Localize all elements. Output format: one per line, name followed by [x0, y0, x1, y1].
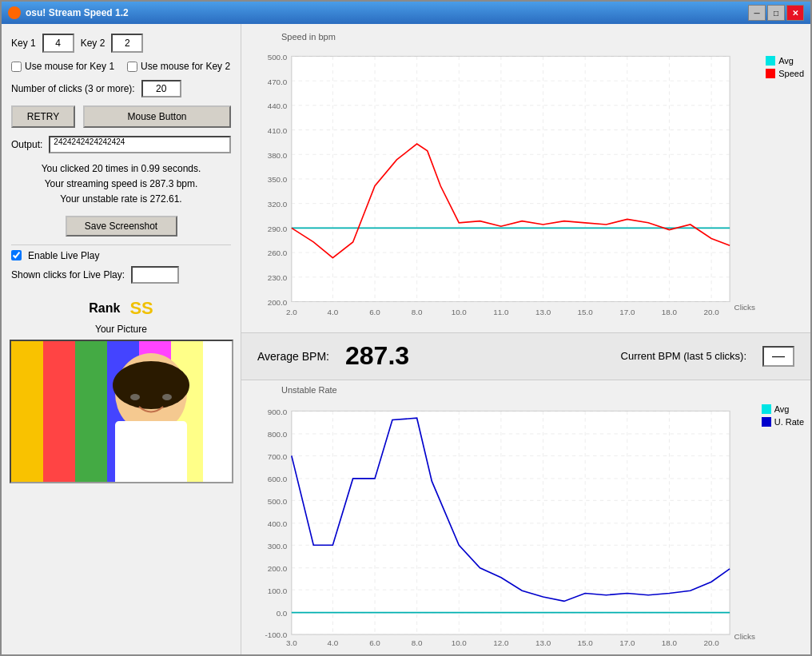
svg-rect-1 — [43, 341, 75, 483]
svg-point-10 — [130, 394, 140, 400]
svg-text:470.0: 470.0 — [268, 78, 288, 86]
unstable-chart-svg: 900.0 800.0 700.0 600.0 500.0 400.0 300.… — [248, 396, 756, 654]
svg-text:200.0: 200.0 — [268, 298, 288, 307]
svg-rect-6 — [203, 341, 233, 483]
svg-text:200.0: 200.0 — [268, 564, 288, 573]
rank-value: SS — [129, 298, 153, 319]
main-window: osu! Stream Speed 1.2 ─ □ ✕ Key 1 Key 2 … — [0, 0, 812, 656]
svg-point-8 — [113, 361, 189, 409]
unstable-chart-area: Unstable Rate Avg U. Rate — [241, 380, 810, 654]
svg-text:600.0: 600.0 — [268, 475, 288, 483]
bpm-bar: Average BPM: 287.3 Current BPM (last 5 c… — [241, 332, 810, 380]
mouse-key1-checkbox[interactable] — [11, 62, 22, 72]
picture-display — [10, 340, 233, 483]
clicks-row: Number of clicks (3 or more): — [11, 80, 231, 97]
svg-text:15.0: 15.0 — [578, 638, 594, 647]
svg-text:2.0: 2.0 — [286, 308, 297, 316]
output-row: Output: 2424242424242424 — [11, 136, 231, 153]
key-row: Key 1 Key 2 — [11, 34, 231, 53]
mouse-checkbox-row: Use mouse for Key 1 Use mouse for Key 2 — [11, 61, 231, 72]
speed-chart-title: Speed in bpm — [281, 32, 336, 42]
speed-chart-svg: 500.0 470.0 440.0 410.0 380.0 350.0 320.… — [248, 43, 756, 332]
enable-live-label: Enable Live Play — [28, 250, 99, 261]
retry-button[interactable]: RETRY — [11, 105, 75, 128]
titlebar: osu! Stream Speed 1.2 ─ □ ✕ — [2, 2, 810, 24]
svg-text:17.0: 17.0 — [619, 638, 635, 647]
svg-text:6.0: 6.0 — [369, 638, 380, 647]
right-panel: Speed in bpm Avg Speed — [241, 24, 810, 654]
svg-text:500.0: 500.0 — [268, 497, 288, 506]
stats-line1: You clicked 20 times in 0.99 seconds. — [11, 161, 231, 177]
mouse-key2-item: Use mouse for Key 2 — [127, 61, 230, 72]
svg-point-11 — [162, 394, 172, 400]
svg-text:290.0: 290.0 — [268, 225, 288, 233]
clicks-label: Number of clicks (3 or more): — [11, 83, 135, 94]
svg-rect-9 — [115, 421, 187, 483]
live-section: Enable Live Play Shown clicks for Live P… — [11, 245, 231, 284]
svg-text:500.0: 500.0 — [268, 53, 288, 62]
unstable-avg-swatch — [762, 404, 771, 414]
speed-legend: Avg Speed — [766, 56, 804, 78]
avg-legend-label: Avg — [778, 56, 794, 66]
current-bpm-value: — — [762, 346, 794, 367]
svg-text:900.0: 900.0 — [268, 408, 288, 416]
rank-label: Rank — [89, 301, 120, 316]
unstable-rate-label: U. Rate — [774, 417, 804, 427]
window-controls: ─ □ ✕ — [748, 5, 804, 21]
speed-legend-speed: Speed — [766, 69, 804, 78]
svg-text:100.0: 100.0 — [268, 586, 288, 594]
button-row: RETRY Mouse Button — [11, 105, 231, 128]
shown-clicks-input[interactable] — [131, 266, 179, 284]
svg-text:260.0: 260.0 — [268, 248, 288, 257]
enable-live-checkbox[interactable] — [11, 250, 22, 260]
svg-text:4.0: 4.0 — [328, 308, 339, 316]
unstable-legend-rate: U. Rate — [762, 417, 804, 427]
picture-label: Your Picture — [95, 324, 147, 335]
svg-text:440.0: 440.0 — [268, 101, 288, 110]
svg-text:700.0: 700.0 — [268, 452, 288, 461]
svg-text:6.0: 6.0 — [369, 308, 380, 316]
window-title: osu! Stream Speed 1.2 — [26, 7, 748, 18]
mouse-key2-checkbox[interactable] — [127, 62, 137, 72]
mouse-button-btn[interactable]: Mouse Button — [83, 105, 231, 128]
svg-text:400.0: 400.0 — [268, 519, 288, 528]
stats-line3: Your unstable rate is 272.61. — [11, 192, 231, 207]
svg-text:15.0: 15.0 — [578, 308, 594, 316]
stats-text: You clicked 20 times in 0.99 seconds. Yo… — [11, 161, 231, 208]
svg-text:4.0: 4.0 — [328, 638, 339, 647]
svg-text:230.0: 230.0 — [268, 273, 288, 282]
svg-text:10.0: 10.0 — [452, 638, 468, 647]
svg-text:410.0: 410.0 — [268, 126, 288, 135]
avg-bpm-label: Average BPM: — [257, 350, 329, 363]
key2-input[interactable] — [111, 34, 143, 53]
close-button[interactable]: ✕ — [786, 5, 804, 21]
avg-color-swatch — [766, 56, 775, 66]
key1-input[interactable] — [42, 34, 74, 53]
mouse-key2-label: Use mouse for Key 2 — [141, 61, 230, 72]
maximize-button[interactable]: □ — [767, 5, 785, 21]
svg-text:18.0: 18.0 — [662, 308, 678, 316]
picture-svg — [11, 341, 233, 483]
svg-rect-0 — [11, 341, 43, 483]
stats-line2: Your streaming speed is 287.3 bpm. — [11, 177, 231, 192]
svg-text:350.0: 350.0 — [268, 175, 288, 184]
minimize-button[interactable]: ─ — [748, 5, 766, 21]
unstable-avg-label: Avg — [774, 404, 790, 414]
key2-label: Key 2 — [81, 38, 105, 49]
save-screenshot-button[interactable]: Save Screenshot — [66, 216, 177, 237]
unstable-legend: Avg U. Rate — [762, 404, 804, 427]
main-content: Key 1 Key 2 Use mouse for Key 1 Use mous… — [2, 24, 810, 654]
svg-text:12.0: 12.0 — [493, 638, 509, 647]
output-label: Output: — [11, 139, 42, 150]
svg-text:320.0: 320.0 — [268, 200, 288, 209]
svg-text:Clicks: Clicks — [734, 303, 755, 312]
svg-text:Clicks: Clicks — [734, 631, 755, 640]
enable-live-row: Enable Live Play — [11, 250, 231, 261]
output-field: 2424242424242424 — [49, 136, 231, 153]
svg-text:13.0: 13.0 — [535, 638, 551, 647]
speed-chart-area: Speed in bpm Avg Speed — [241, 24, 810, 332]
clicks-input[interactable] — [141, 80, 181, 97]
unstable-chart-title: Unstable Rate — [281, 385, 337, 395]
shown-clicks-label: Shown clicks for Live Play: — [11, 269, 125, 280]
svg-text:0.0: 0.0 — [277, 609, 288, 618]
